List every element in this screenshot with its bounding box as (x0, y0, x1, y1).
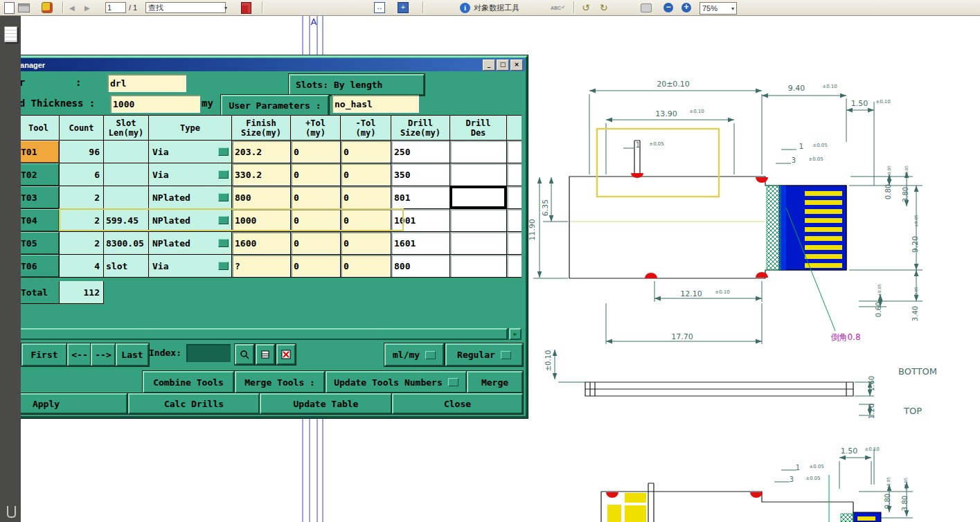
page-number-input[interactable] (105, 2, 126, 13)
find-input[interactable] (145, 2, 226, 13)
side-input[interactable] (507, 163, 522, 186)
type-select[interactable]: Via (149, 163, 232, 186)
type-select[interactable]: NPlated (149, 186, 232, 209)
side-input[interactable] (507, 141, 522, 163)
scrollbar-right-arrow[interactable]: ▶ (509, 328, 522, 340)
drill-des-input[interactable] (450, 186, 507, 209)
side-input[interactable] (507, 255, 522, 278)
finish-size-input[interactable]: 203.2 (232, 141, 291, 163)
finish-size-input[interactable]: 1600 (232, 232, 291, 255)
calc-drills-button[interactable]: Calc Drills (128, 393, 260, 414)
drill-size-input[interactable]: 250 (391, 141, 450, 163)
prev-button[interactable]: <-- (67, 343, 92, 366)
merge-button[interactable]: Merge (467, 371, 523, 393)
convert-pdf-icon[interactable] (241, 2, 251, 13)
snapshot-icon[interactable] (641, 2, 652, 13)
index-input[interactable] (186, 344, 231, 362)
next-page-icon[interactable]: ▶ (84, 2, 90, 13)
drill-des-input[interactable] (450, 255, 507, 278)
clear-filter-button[interactable] (276, 344, 296, 365)
drill-size-input[interactable]: 800 (391, 255, 450, 278)
attachments-panel-icon[interactable] (7, 506, 16, 518)
layer-input[interactable]: drl (107, 74, 186, 92)
side-input[interactable] (507, 186, 522, 209)
stamp-icon[interactable] (42, 2, 53, 13)
drill-size-input[interactable]: 801 (391, 186, 450, 209)
side-input[interactable] (507, 232, 522, 255)
plus-tol-input[interactable]: 0 (291, 141, 341, 163)
close-window-button[interactable]: × (510, 60, 523, 71)
merge-tools-button[interactable]: Merge Tools : (235, 371, 325, 393)
finish-size-input[interactable]: 1000 (232, 209, 291, 232)
find-dropdown-icon[interactable]: ▾ (224, 2, 227, 13)
drill-size-input[interactable]: 350 (391, 163, 450, 186)
finish-size-input[interactable]: 330.2 (232, 163, 291, 186)
finish-size-input[interactable]: 800 (232, 186, 291, 209)
drill-size-input[interactable]: 1601 (391, 232, 450, 255)
first-button[interactable]: First (21, 343, 67, 366)
restore-button[interactable]: □ (497, 60, 509, 71)
drill-des-input[interactable] (450, 141, 507, 163)
zoom-in-icon[interactable]: + (681, 2, 691, 13)
minus-tol-input[interactable]: 0 (341, 186, 391, 209)
minus-tol-input[interactable]: 0 (341, 232, 391, 255)
board-thickness-input[interactable]: 1000 (110, 95, 200, 113)
dimension-label: 3.80 (901, 496, 909, 511)
scrollbar-thumb[interactable] (0, 328, 508, 340)
dimension-label: ±0.05 (805, 476, 820, 481)
last-button[interactable]: Last (116, 343, 149, 366)
tool-button[interactable]: T01 (18, 141, 60, 163)
dialog-titlebar[interactable]: Drill Tool Manager _ □ × (0, 58, 525, 71)
plus-tol-input[interactable]: 0 (291, 186, 341, 209)
plus-tol-input[interactable]: 0 (291, 232, 341, 255)
update-table-button[interactable]: Update Table (260, 393, 392, 414)
print-icon[interactable] (18, 2, 30, 13)
units-select[interactable]: ml/my (384, 343, 444, 366)
next-view-icon[interactable]: ↻ (600, 2, 608, 13)
tool-button[interactable]: T05 (18, 232, 60, 255)
minus-tol-input[interactable]: 0 (341, 209, 391, 232)
fit-page-icon[interactable]: + (398, 2, 409, 13)
previous-page-icon[interactable]: ◀ (69, 2, 75, 13)
type-select[interactable]: NPlated (149, 232, 232, 255)
tool-button[interactable]: T03 (18, 186, 60, 209)
minus-tol-input[interactable]: 0 (341, 163, 391, 186)
update-tools-numbers-select[interactable]: Update Tools Numbers (326, 371, 467, 393)
combine-tools-button[interactable]: Combine Tools (143, 371, 234, 393)
type-select[interactable]: Via (149, 255, 232, 278)
plus-tol-input[interactable]: 0 (291, 209, 341, 232)
table-horizontal-scrollbar[interactable]: ▶ (0, 328, 522, 340)
zoom-out-icon[interactable]: − (663, 2, 673, 13)
drill-des-input[interactable] (450, 209, 507, 232)
zoom-tool-button[interactable] (235, 344, 254, 365)
plus-tol-input[interactable]: 0 (291, 255, 341, 278)
mode-select[interactable]: Regular (445, 343, 523, 366)
next-button[interactable]: --> (91, 343, 116, 366)
open-document-icon[interactable] (4, 2, 15, 13)
plus-tol-input[interactable]: 0 (291, 163, 341, 186)
drill-des-input[interactable] (450, 232, 507, 255)
close-button[interactable]: Close (392, 393, 523, 414)
type-select[interactable]: NPlated (149, 209, 232, 232)
type-select[interactable]: Via (149, 141, 232, 163)
previous-view-icon[interactable]: ↺ (582, 2, 590, 13)
object-data-tool-button[interactable]: i 对象数据工具 (460, 2, 519, 13)
minus-tol-input[interactable]: 0 (341, 141, 391, 163)
minus-tol-input[interactable]: 0 (341, 255, 391, 278)
tool-button[interactable]: T04 (18, 209, 60, 232)
finish-size-input[interactable]: ? (232, 255, 291, 278)
user-parameters-button[interactable]: User Parameters : (221, 95, 329, 116)
drill-des-input[interactable] (450, 163, 507, 186)
tool-button[interactable]: T06 (18, 255, 60, 278)
tool-button[interactable]: T02 (18, 163, 60, 186)
user-parameters-input[interactable]: no_hasl (332, 95, 419, 113)
minimize-button[interactable]: _ (483, 60, 495, 71)
pan-tool-button[interactable] (256, 344, 275, 365)
pages-panel-icon[interactable] (4, 26, 17, 42)
side-input[interactable] (507, 209, 522, 232)
slots-mode-select[interactable]: Slots: By length (289, 74, 425, 96)
fit-width-icon[interactable]: ↔ (374, 2, 385, 13)
drill-size-input[interactable]: 1001 (391, 209, 450, 232)
spellcheck-icon[interactable]: ABC✓ (551, 2, 565, 13)
zoom-level-select[interactable]: 75% ▾ (700, 2, 737, 15)
